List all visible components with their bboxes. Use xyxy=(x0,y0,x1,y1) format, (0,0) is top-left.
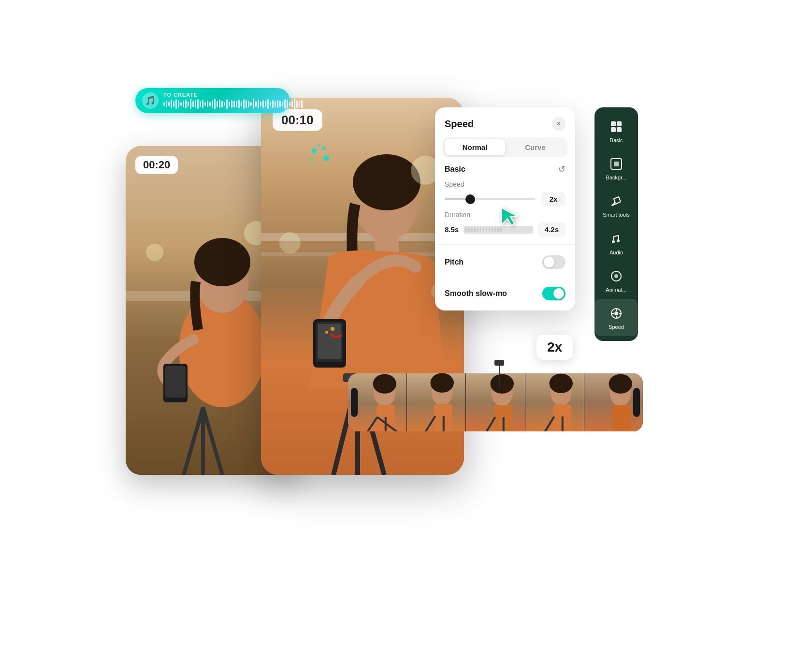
svg-rect-35 xyxy=(611,121,616,126)
svg-point-47 xyxy=(614,311,618,315)
svg-point-26 xyxy=(279,232,301,253)
smooth-label: Smooth slow-mo xyxy=(445,289,507,298)
audio-bar[interactable]: 🎵 TO CREATE xyxy=(135,88,290,113)
divider-1 xyxy=(435,244,575,245)
sidebar-item-audio[interactable]: Audio xyxy=(594,224,638,262)
svg-point-63 xyxy=(491,374,514,393)
speed-slider-track[interactable] xyxy=(445,198,536,200)
svg-point-16 xyxy=(353,154,420,210)
smooth-toggle-thumb xyxy=(553,288,564,299)
svg-rect-76 xyxy=(612,405,630,431)
smart-tools-icon xyxy=(608,192,625,210)
speed-label: Speed xyxy=(445,180,566,188)
svg-point-50 xyxy=(373,374,396,393)
svg-point-29 xyxy=(325,331,328,334)
svg-point-42 xyxy=(612,240,615,243)
background-icon xyxy=(608,155,625,173)
sidebar-item-background[interactable]: Backgr... xyxy=(594,149,638,187)
timeline-strip[interactable] xyxy=(348,373,643,431)
timeline-frame-3 xyxy=(466,373,525,431)
svg-point-11 xyxy=(146,244,163,261)
sidebar-background-label: Backgr... xyxy=(606,175,627,181)
tab-row: Normal Curve xyxy=(443,137,567,157)
speed-row: Speed 2x xyxy=(445,180,566,206)
sidebar-smart-tools-label: Smart tools xyxy=(603,212,630,218)
duration-new: 4.2s xyxy=(538,222,566,236)
svg-rect-20 xyxy=(318,324,341,359)
smooth-row: Smooth slow-mo xyxy=(435,282,575,305)
smooth-toggle[interactable] xyxy=(542,287,566,300)
basic-icon xyxy=(608,118,625,135)
svg-rect-38 xyxy=(617,127,622,132)
speed-sidebar-icon xyxy=(608,305,625,322)
right-sidebar: Basic Backgr... Smart tools xyxy=(594,107,638,341)
svg-rect-36 xyxy=(617,121,622,126)
pitch-row: Pitch xyxy=(435,251,575,274)
svg-point-69 xyxy=(549,373,572,393)
speed-slider-thumb[interactable] xyxy=(465,194,475,204)
sidebar-audio-label: Audio xyxy=(609,250,623,256)
cursor-arrow xyxy=(498,204,522,230)
tab-normal[interactable]: Normal xyxy=(445,139,505,155)
animate-icon xyxy=(608,267,625,285)
refresh-icon[interactable]: ↺ xyxy=(558,164,566,175)
svg-point-30 xyxy=(312,148,317,153)
svg-rect-40 xyxy=(614,162,619,166)
svg-rect-6 xyxy=(165,366,186,398)
audio-sidebar-icon xyxy=(608,230,625,248)
speed-badge: 2x xyxy=(536,335,573,360)
svg-point-33 xyxy=(323,155,329,161)
duration-original: 8.5s xyxy=(445,225,459,234)
sidebar-item-basic[interactable]: Basic xyxy=(594,112,638,149)
audio-icon: 🎵 xyxy=(142,92,159,109)
timeline-frame-4 xyxy=(525,373,584,431)
sidebar-item-smart-tools[interactable]: Smart tools xyxy=(594,187,638,224)
svg-point-57 xyxy=(431,373,454,393)
svg-point-31 xyxy=(322,147,326,150)
svg-point-41 xyxy=(614,202,616,204)
close-button[interactable]: × xyxy=(552,117,566,131)
pitch-toggle-thumb xyxy=(544,257,554,267)
pitch-toggle[interactable] xyxy=(542,255,566,269)
svg-point-4 xyxy=(194,238,250,286)
tab-curve[interactable]: Curve xyxy=(505,139,566,155)
timeline-frame-2 xyxy=(407,373,466,431)
divider-2 xyxy=(435,276,575,276)
timestamp-left: 00:20 xyxy=(135,156,178,174)
speed-value: 2x xyxy=(541,192,566,206)
speed-panel-header: Speed × xyxy=(435,107,575,137)
splash-effect xyxy=(304,141,334,173)
basic-label: Basic xyxy=(445,165,465,174)
timeline-frames xyxy=(348,373,643,431)
pitch-label: Pitch xyxy=(445,258,464,266)
sidebar-animate-label: Animat... xyxy=(606,287,626,293)
sidebar-basic-label: Basic xyxy=(610,137,623,144)
svg-rect-37 xyxy=(611,127,616,132)
svg-point-32 xyxy=(310,158,313,161)
timeline-right-notch xyxy=(633,388,640,417)
svg-point-75 xyxy=(609,374,632,393)
svg-point-34 xyxy=(318,144,320,147)
svg-point-45 xyxy=(614,274,618,278)
svg-point-43 xyxy=(617,239,620,242)
sidebar-item-speed[interactable]: Speed xyxy=(594,299,638,336)
playhead xyxy=(499,364,500,388)
audio-waveform xyxy=(163,99,303,109)
main-scene: 🎵 TO CREATE xyxy=(116,59,696,591)
audio-to-create-label: TO CREATE xyxy=(163,92,303,98)
svg-point-28 xyxy=(331,327,334,331)
sidebar-speed-label: Speed xyxy=(609,324,624,330)
speed-panel-title: Speed xyxy=(445,118,474,130)
timeline-left-notch xyxy=(351,388,358,417)
sidebar-item-animate[interactable]: Animat... xyxy=(594,262,638,299)
basic-row: Basic ↺ xyxy=(445,164,566,175)
